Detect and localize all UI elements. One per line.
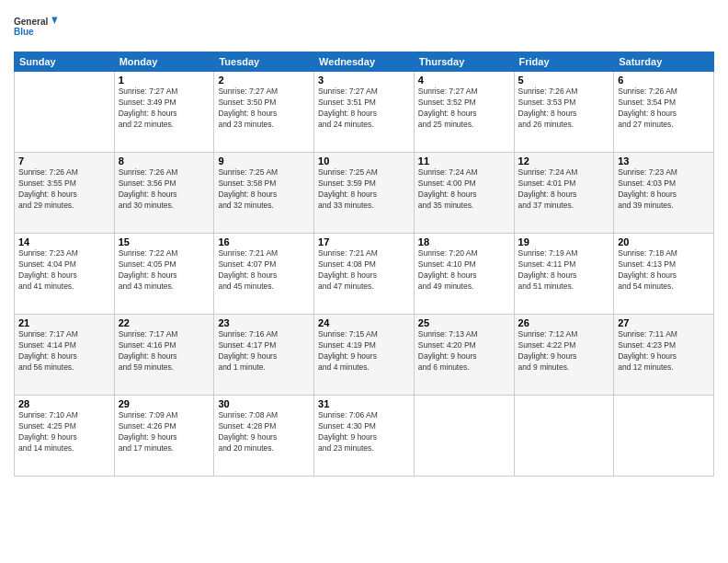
day-info: Sunrise: 7:25 AM Sunset: 3:59 PM Dayligh… xyxy=(318,167,410,212)
day-number: 20 xyxy=(618,236,710,247)
calendar-cell: 16Sunrise: 7:21 AM Sunset: 4:07 PM Dayli… xyxy=(214,234,314,315)
day-info: Sunrise: 7:17 AM Sunset: 4:14 PM Dayligh… xyxy=(18,329,110,373)
day-info: Sunrise: 7:27 AM Sunset: 3:49 PM Dayligh… xyxy=(119,86,210,131)
day-info: Sunrise: 7:12 AM Sunset: 4:22 PM Dayligh… xyxy=(518,329,610,373)
calendar-cell: 11Sunrise: 7:24 AM Sunset: 4:00 PM Dayli… xyxy=(414,153,514,234)
logo: General Blue xyxy=(14,9,60,46)
calendar-cell: 27Sunrise: 7:11 AM Sunset: 4:23 PM Dayli… xyxy=(614,315,714,396)
day-number: 30 xyxy=(218,398,310,409)
day-number: 29 xyxy=(119,398,210,409)
calendar-cell: 20Sunrise: 7:18 AM Sunset: 4:13 PM Dayli… xyxy=(614,234,714,315)
day-number: 9 xyxy=(218,155,310,167)
calendar-cell: 14Sunrise: 7:23 AM Sunset: 4:04 PM Dayli… xyxy=(15,234,115,315)
day-number: 11 xyxy=(418,155,510,167)
calendar-week-3: 14Sunrise: 7:23 AM Sunset: 4:04 PM Dayli… xyxy=(15,234,714,315)
day-number: 6 xyxy=(618,75,710,86)
day-number: 13 xyxy=(618,155,710,167)
day-number: 10 xyxy=(318,155,410,167)
calendar-cell: 1Sunrise: 7:27 AM Sunset: 3:49 PM Daylig… xyxy=(114,72,214,153)
day-number: 19 xyxy=(518,236,610,247)
calendar-cell: 29Sunrise: 7:09 AM Sunset: 4:26 PM Dayli… xyxy=(114,396,214,477)
calendar-cell xyxy=(15,72,115,153)
calendar-cell: 26Sunrise: 7:12 AM Sunset: 4:22 PM Dayli… xyxy=(514,315,614,396)
calendar-cell: 13Sunrise: 7:23 AM Sunset: 4:03 PM Dayli… xyxy=(614,153,714,234)
calendar-cell: 17Sunrise: 7:21 AM Sunset: 4:08 PM Dayli… xyxy=(314,234,415,315)
calendar-cell: 4Sunrise: 7:27 AM Sunset: 3:52 PM Daylig… xyxy=(414,72,514,153)
day-info: Sunrise: 7:26 AM Sunset: 3:55 PM Dayligh… xyxy=(18,167,110,212)
calendar-cell: 7Sunrise: 7:26 AM Sunset: 3:55 PM Daylig… xyxy=(15,153,115,234)
day-number: 8 xyxy=(119,155,210,167)
calendar-cell: 18Sunrise: 7:20 AM Sunset: 4:10 PM Dayli… xyxy=(414,234,514,315)
day-info: Sunrise: 7:21 AM Sunset: 4:08 PM Dayligh… xyxy=(318,248,410,293)
day-info: Sunrise: 7:15 AM Sunset: 4:19 PM Dayligh… xyxy=(318,329,410,373)
day-number: 17 xyxy=(318,236,410,247)
svg-marker-2 xyxy=(51,17,57,24)
day-number: 18 xyxy=(418,236,510,247)
day-number: 4 xyxy=(418,75,510,86)
day-number: 21 xyxy=(18,317,110,328)
day-number: 3 xyxy=(318,75,410,86)
day-info: Sunrise: 7:27 AM Sunset: 3:50 PM Dayligh… xyxy=(218,86,310,131)
calendar-cell: 28Sunrise: 7:10 AM Sunset: 4:25 PM Dayli… xyxy=(15,396,115,477)
svg-text:Blue: Blue xyxy=(14,27,34,37)
logo-svg: General Blue xyxy=(14,9,60,46)
day-number: 22 xyxy=(119,317,210,328)
day-info: Sunrise: 7:26 AM Sunset: 3:56 PM Dayligh… xyxy=(119,167,210,212)
day-info: Sunrise: 7:18 AM Sunset: 4:13 PM Dayligh… xyxy=(618,248,710,293)
day-info: Sunrise: 7:24 AM Sunset: 4:01 PM Dayligh… xyxy=(518,167,610,212)
calendar-week-4: 21Sunrise: 7:17 AM Sunset: 4:14 PM Dayli… xyxy=(15,315,714,396)
day-number: 14 xyxy=(18,236,110,247)
calendar-table: SundayMondayTuesdayWednesdayThursdayFrid… xyxy=(14,52,714,477)
day-info: Sunrise: 7:16 AM Sunset: 4:17 PM Dayligh… xyxy=(218,329,310,373)
col-header-monday: Monday xyxy=(114,52,214,72)
day-info: Sunrise: 7:09 AM Sunset: 4:26 PM Dayligh… xyxy=(119,410,210,454)
day-number: 5 xyxy=(518,75,610,86)
day-number: 28 xyxy=(18,398,110,409)
day-info: Sunrise: 7:20 AM Sunset: 4:10 PM Dayligh… xyxy=(418,248,510,293)
calendar-cell: 25Sunrise: 7:13 AM Sunset: 4:20 PM Dayli… xyxy=(414,315,514,396)
calendar-week-1: 1Sunrise: 7:27 AM Sunset: 3:49 PM Daylig… xyxy=(15,72,714,153)
day-info: Sunrise: 7:23 AM Sunset: 4:03 PM Dayligh… xyxy=(618,167,710,212)
day-info: Sunrise: 7:26 AM Sunset: 3:54 PM Dayligh… xyxy=(618,86,710,131)
day-info: Sunrise: 7:23 AM Sunset: 4:04 PM Dayligh… xyxy=(18,248,110,293)
day-info: Sunrise: 7:26 AM Sunset: 3:53 PM Dayligh… xyxy=(518,86,610,131)
calendar-cell: 10Sunrise: 7:25 AM Sunset: 3:59 PM Dayli… xyxy=(314,153,415,234)
day-number: 2 xyxy=(218,75,310,86)
calendar-cell: 2Sunrise: 7:27 AM Sunset: 3:50 PM Daylig… xyxy=(214,72,314,153)
day-number: 27 xyxy=(618,317,710,328)
calendar-cell: 19Sunrise: 7:19 AM Sunset: 4:11 PM Dayli… xyxy=(514,234,614,315)
calendar-cell: 21Sunrise: 7:17 AM Sunset: 4:14 PM Dayli… xyxy=(15,315,115,396)
day-number: 23 xyxy=(218,317,310,328)
day-number: 1 xyxy=(119,75,210,86)
calendar-cell: 3Sunrise: 7:27 AM Sunset: 3:51 PM Daylig… xyxy=(314,72,415,153)
day-info: Sunrise: 7:27 AM Sunset: 3:52 PM Dayligh… xyxy=(418,86,510,131)
day-info: Sunrise: 7:06 AM Sunset: 4:30 PM Dayligh… xyxy=(318,410,410,454)
calendar-cell: 22Sunrise: 7:17 AM Sunset: 4:16 PM Dayli… xyxy=(114,315,214,396)
col-header-friday: Friday xyxy=(514,52,614,72)
svg-text:General: General xyxy=(14,17,48,27)
calendar-week-2: 7Sunrise: 7:26 AM Sunset: 3:55 PM Daylig… xyxy=(15,153,714,234)
calendar-week-5: 28Sunrise: 7:10 AM Sunset: 4:25 PM Dayli… xyxy=(15,396,714,477)
day-info: Sunrise: 7:21 AM Sunset: 4:07 PM Dayligh… xyxy=(218,248,310,293)
day-info: Sunrise: 7:08 AM Sunset: 4:28 PM Dayligh… xyxy=(218,410,310,454)
day-info: Sunrise: 7:27 AM Sunset: 3:51 PM Dayligh… xyxy=(318,86,410,131)
day-number: 7 xyxy=(18,155,110,167)
day-info: Sunrise: 7:25 AM Sunset: 3:58 PM Dayligh… xyxy=(218,167,310,212)
day-info: Sunrise: 7:10 AM Sunset: 4:25 PM Dayligh… xyxy=(18,410,110,454)
calendar-cell: 12Sunrise: 7:24 AM Sunset: 4:01 PM Dayli… xyxy=(514,153,614,234)
col-header-wednesday: Wednesday xyxy=(314,52,415,72)
day-info: Sunrise: 7:13 AM Sunset: 4:20 PM Dayligh… xyxy=(418,329,510,373)
day-info: Sunrise: 7:11 AM Sunset: 4:23 PM Dayligh… xyxy=(618,329,710,373)
calendar-cell xyxy=(414,396,514,477)
col-header-sunday: Sunday xyxy=(15,52,115,72)
calendar-cell: 30Sunrise: 7:08 AM Sunset: 4:28 PM Dayli… xyxy=(214,396,314,477)
calendar-cell: 23Sunrise: 7:16 AM Sunset: 4:17 PM Dayli… xyxy=(214,315,314,396)
calendar-cell: 5Sunrise: 7:26 AM Sunset: 3:53 PM Daylig… xyxy=(514,72,614,153)
calendar-cell: 8Sunrise: 7:26 AM Sunset: 3:56 PM Daylig… xyxy=(114,153,214,234)
calendar-cell: 6Sunrise: 7:26 AM Sunset: 3:54 PM Daylig… xyxy=(614,72,714,153)
day-number: 15 xyxy=(119,236,210,247)
calendar-header-row: SundayMondayTuesdayWednesdayThursdayFrid… xyxy=(15,52,714,72)
day-number: 31 xyxy=(318,398,410,409)
day-info: Sunrise: 7:19 AM Sunset: 4:11 PM Dayligh… xyxy=(518,248,610,293)
col-header-saturday: Saturday xyxy=(614,52,714,72)
